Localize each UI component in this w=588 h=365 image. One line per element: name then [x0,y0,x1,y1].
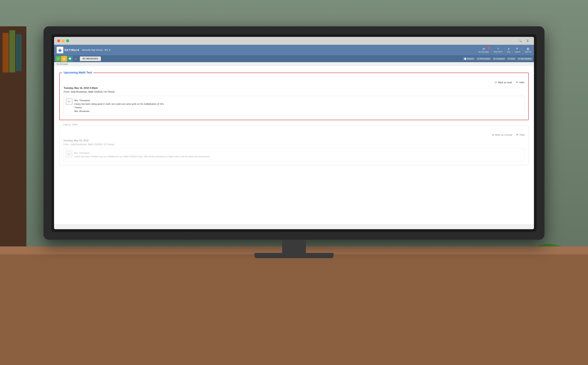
message-date-2: Tuesday, May 03, 2018 [64,139,524,142]
message-content-box-1: abc Mrs. Thompson, Casey has been doing … [64,96,524,116]
message-from-1: From: Judy Brookman, Math 01002A / 01 Pe… [64,91,524,93]
message-title-1: Upcoming Math Test [62,71,93,74]
header-divider-2 [505,47,505,53]
help-center-label: Help Center [493,51,502,53]
header-divider-4 [522,47,523,53]
print-label: Print Screen [480,58,490,60]
logo-text: SKYWard [64,48,79,52]
reports-icon: 📄 [464,58,466,60]
monitor: 🔍 ☰ [43,26,545,258]
navbar-right-actions: 📄 Reports 🖨 Print Screen ⊞ Compress [463,57,533,60]
logo-icon [57,47,63,53]
monitor-stand-base [254,253,334,258]
content-icon-1: abc [66,98,72,105]
print-screen-button[interactable]: 🖨 Print Screen [476,57,491,60]
app-header: SKYWard Wardville High School - 401 ▼ ✉ … [54,45,534,55]
search-button[interactable]: 🔍 Search [515,47,520,53]
bookshelf-decoration [0,26,26,263]
monitor-screen: 🔍 ☰ [54,37,534,229]
content-icon-2: abc [66,151,72,157]
nav-favorites-button[interactable]: ★ [61,56,67,62]
app-navbar: ☰ ★ 💬 ⌂ MY MESSAGES 📄 Reports [54,55,534,62]
close-button[interactable] [57,39,60,42]
new-window-icon: ⧉ [518,58,520,60]
pdc-button[interactable]: ✦ PDC [507,47,510,53]
pdc-icon: ✦ [508,47,510,51]
eye-icon-1: 👁 [516,81,518,84]
message-actions-2: ✉ Mark as Unread 👁 Hide [64,133,524,137]
reports-button[interactable]: 📄 Reports [463,57,475,60]
mark-as-read-label: Mark as read [498,81,512,84]
menu-icon[interactable]: ☰ [525,38,530,43]
breadcrumb: My Messages [54,62,534,66]
message-title-text-1: Upcoming Math Test [64,71,92,74]
sign-out-icon: ⏻ [527,47,529,50]
maximize-button[interactable] [66,39,69,42]
compress-button[interactable]: ⊞ Compress [492,57,506,60]
message-card-1: Upcoming Math Test ✉ Mark as read [59,73,529,120]
monitor-screen-area: 🔍 ☰ [51,34,537,232]
my-messages-label: My Messages [478,51,489,53]
message-body-text-2: Mrs. Thompson, Casey has been invited to… [74,151,522,158]
traffic-lights [57,39,69,42]
message-body-1: ✉ Mark as read 👁 Hide Tuesday, Ma [60,77,528,120]
desktop-scene: 🔍 ☰ [0,0,588,365]
sign-out-label: Sign Out [524,51,531,53]
nav-menu-button[interactable]: ☰ [55,56,61,62]
message-body-text-1: Mrs. Thompson, Casey has been doing grea… [74,99,522,113]
hide-button-2[interactable]: 👁 Hide [516,133,524,137]
nav-messages-button[interactable]: 💬 [67,56,73,62]
monitor-bezel: 🔍 ☰ [43,26,545,240]
hide-button-1[interactable]: 👁 Hide [516,81,524,84]
skyward-app: SKYWard Wardville High School - 401 ▼ ✉ … [54,45,534,229]
hide-label-2: Hide [520,133,524,136]
app-content: Upcoming Math Test ✉ Mark as read [54,66,534,224]
header-right-actions: ✉ My Messages 1 ? Help Center [478,47,531,53]
print-icon: 🖨 [477,58,479,60]
dock-label: Dock [510,58,515,60]
eye-icon-2: 👁 [516,133,519,136]
hide-label-1: Hide [519,81,524,84]
message-title-2: FIELD TRIP [62,123,79,126]
mark-as-read-button[interactable]: ✉ Mark as read [495,81,512,84]
messages-badge: 1 [488,47,490,49]
sign-out-button[interactable]: ⏻ Sign Out [524,47,531,53]
dock-button[interactable]: ⊟ Dock [507,57,516,60]
nav-home-button[interactable]: ⌂ [73,56,79,62]
mark-as-unread-label: Mark as Unread [495,133,512,136]
skyward-logo: SKYWard [57,47,79,53]
message-card-2: FIELD TRIP ✉ Mark as Unread [59,125,529,165]
active-tab-label[interactable]: MY MESSAGES [80,56,101,61]
my-messages-button[interactable]: ✉ My Messages 1 [478,47,489,53]
new-window-label: New Window [521,58,531,60]
messages-icon: ✉ [483,47,485,51]
pdc-label: PDC [507,51,510,53]
compress-label: Compress [496,58,505,60]
macos-toolbar-icons: 🔍 ☰ [518,38,530,43]
macos-titlebar: 🔍 ☰ [54,37,534,45]
mark-as-unread-button[interactable]: ✉ Mark as Unread [492,133,512,137]
help-center-button[interactable]: ? Help Center [493,47,502,53]
message-from-2: From: Judy Brookman, Math 01002A / 01 Pe… [64,143,524,146]
mail-icon-1: ✉ [495,81,497,84]
message-actions-1: ✉ Mark as read 👁 Hide [64,81,524,84]
new-window-button[interactable]: ⧉ New Window [517,57,533,60]
search-icon-header: 🔍 [516,47,519,51]
message-title-text-2: FIELD TRIP [64,124,78,126]
minimize-button[interactable] [62,39,65,42]
search-label: Search [515,51,520,53]
monitor-stand-neck [282,240,306,253]
school-name: Wardville High School - 401 ▼ [82,49,111,51]
help-icon: ? [497,47,499,50]
message-date-1: Tuesday, May 16, 2018 3:40pm [64,87,524,89]
reports-label: Reports [467,58,473,60]
message-body-2: ✉ Mark as Unread 👁 Hide Tuesday, [59,129,529,165]
desk [0,246,588,365]
mail-icon-2: ✉ [492,133,494,137]
dock-icon: ⊟ [508,58,510,60]
search-icon[interactable]: 🔍 [518,38,523,43]
message-content-box-2: abc Mrs. Thompson, Casey has been invite… [64,148,524,161]
compress-icon: ⊞ [494,58,495,60]
